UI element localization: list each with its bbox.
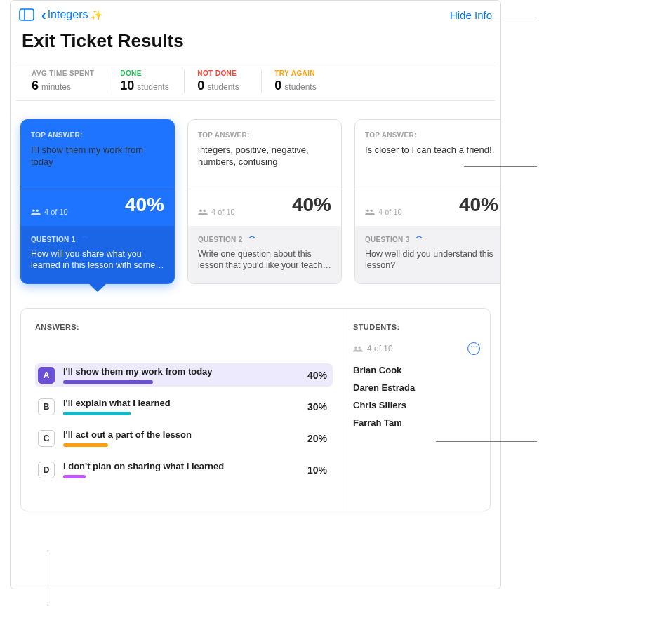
answer-row-b[interactable]: B I'll explain what I learned 30% [35,395,333,418]
people-icon [31,208,41,215]
question-text: Write one question about this lesson tha… [198,248,331,271]
question-label-row: QUESTION 1 ⌃ [31,234,164,244]
answer-percent: 20% [296,433,327,444]
summary-label: TRY AGAIN [274,69,326,77]
question-card-top: TOP ANSWER: integers, positive, negative… [188,120,341,189]
answer-bar [63,443,288,447]
people-icon [198,208,208,215]
respondent-count: 4 of 10 [198,208,235,216]
summary-value: 10 students [120,79,171,93]
respondent-count: 4 of 10 [365,208,402,216]
chevron-up-icon: ⌃ [413,234,425,244]
chevron-left-icon: ‹ [41,8,46,22]
answer-bar [63,412,288,415]
callout-line [464,166,537,167]
top-answer-label: TOP ANSWER: [31,131,164,139]
svg-point-3 [36,210,39,213]
summary-strip: AVG TIME SPENT 6 minutes DONE 10 student… [16,62,495,101]
summary-label: AVG TIME SPENT [32,69,94,77]
answer-row-c[interactable]: C I'll act out a part of the lesson 20% [35,427,333,450]
question-label-row: QUESTION 3 ⌃ [365,234,498,244]
answer-percent: 30% [296,401,327,412]
question-card-mid: 4 of 10 40% [355,189,501,226]
answers-section-label: ANSWERS: [35,323,333,331]
top-answer-label: TOP ANSWER: [365,131,498,139]
answer-row-d[interactable]: D I don't plan on sharing what I learned… [35,458,333,481]
answer-body: I'll show them my work from today [63,366,288,384]
svg-point-2 [32,210,35,213]
sidebar-toggle-icon[interactable] [19,8,34,21]
summary-value: 0 students [274,79,326,93]
summary-value: 0 students [197,79,248,93]
svg-point-8 [354,347,357,349]
summary-label: DONE [120,69,171,77]
answer-row-a[interactable]: A I'll show them my work from today 40% [35,363,333,387]
top-bar-left: ‹ Integers ✨ [19,8,102,22]
answer-body: I'll act out a part of the lesson [63,429,288,447]
summary-done: DONE 10 students [107,69,185,93]
student-row[interactable]: Chris Sillers [353,400,480,410]
students-count-row: 4 of 10 [353,342,480,355]
question-label-row: QUESTION 2 ⌃ [198,234,331,244]
summary-try-again: TRY AGAIN 0 students [262,69,339,93]
svg-rect-0 [20,9,34,20]
callout-line [492,18,537,18]
students-column: STUDENTS: 4 of 10 Brian CookDaren Estrad… [343,309,490,511]
question-card-mid: 4 of 10 40% [188,189,341,226]
student-list: Brian CookDaren EstradaChris SillersFarr… [353,365,480,428]
answer-percent: 10% [296,464,327,476]
svg-point-4 [199,210,202,213]
callout-line [436,441,537,442]
app-window: ‹ Integers ✨ Hide Info Exit Ticket Resul… [10,0,501,589]
answers-column: ANSWERS: A I'll show them my work from t… [21,309,343,511]
respondent-count: 4 of 10 [31,208,68,216]
reaction-icon[interactable] [467,342,480,355]
question-card-q2[interactable]: TOP ANSWER: integers, positive, negative… [187,119,342,284]
answer-bar [63,380,288,384]
answer-text: I'll explain what I learned [63,398,288,408]
callout-line [48,551,48,605]
top-answer-label: TOP ANSWER: [198,131,331,139]
question-cards-row: TOP ANSWER: I'll show them my work from … [11,101,501,291]
people-icon [353,345,363,352]
chevron-up-icon: ⌃ [79,234,91,244]
question-card-top: TOP ANSWER: Is closer to I can teach a f… [355,120,501,189]
answer-text: I'll show them my work from today [63,366,288,377]
question-text: How will you share what you learned in t… [31,248,164,271]
back-button[interactable]: ‹ Integers ✨ [41,8,102,22]
question-card-mid: 4 of 10 40% [21,189,174,226]
question-card-q1[interactable]: TOP ANSWER: I'll show them my work from … [20,119,175,284]
answer-body: I don't plan on sharing what I learned [63,461,288,478]
question-card-q3[interactable]: TOP ANSWER: Is closer to I can teach a f… [354,119,501,284]
answer-bar [63,475,288,478]
back-label: Integers [48,8,88,21]
summary-not-done: NOT DONE 0 students [185,69,262,93]
question-card-top: TOP ANSWER: I'll show them my work from … [21,120,174,189]
question-card-bottom: QUESTION 2 ⌃ Write one question about th… [188,226,341,283]
student-row[interactable]: Farrah Tam [353,417,480,428]
answer-percent: 40% [296,370,327,381]
top-answer-text: integers, positive, negative, numbers, c… [198,145,331,168]
top-answer-text: I'll show them my work from today [31,145,164,168]
chevron-up-icon: ⌃ [246,234,258,244]
svg-point-6 [366,210,369,213]
question-percent: 40% [459,194,498,216]
answer-text: I'll act out a part of the lesson [63,429,288,440]
answer-letter: A [38,367,55,384]
answer-list: A I'll show them my work from today 40% … [35,363,333,481]
answer-letter: C [38,430,55,447]
answer-body: I'll explain what I learned [63,398,288,415]
sparkles-icon: ✨ [91,9,102,20]
student-row[interactable]: Brian Cook [353,365,480,375]
question-text: How well did you understand this lesson? [365,248,498,271]
summary-value: 6 minutes [32,79,94,93]
student-row[interactable]: Daren Estrada [353,382,480,393]
page-title: Exit Ticket Results [11,27,500,62]
svg-point-9 [358,347,361,349]
top-answer-text: Is closer to I can teach a friend!. [365,145,498,156]
hide-info-button[interactable]: Hide Info [450,9,492,21]
svg-point-7 [370,210,373,213]
students-section-label: STUDENTS: [353,323,480,331]
summary-avg-time: AVG TIME SPENT 6 minutes [19,69,107,93]
answer-letter: B [38,398,55,415]
